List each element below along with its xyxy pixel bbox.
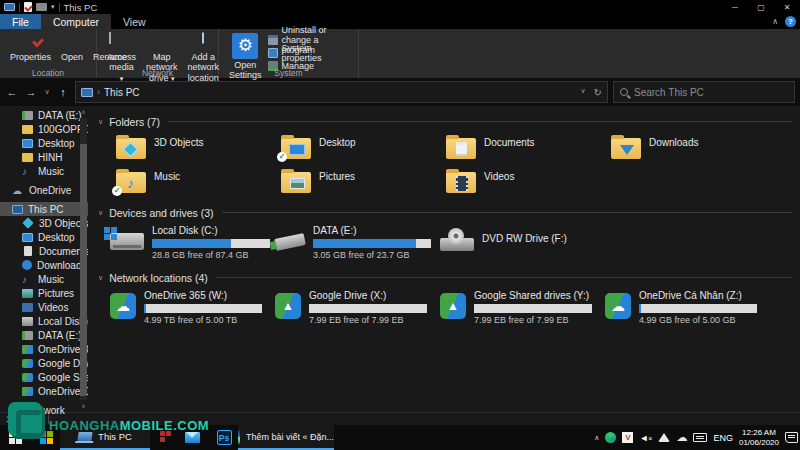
- folder-tile-music[interactable]: ♪ ✓ Music: [116, 168, 281, 202]
- sidebar-item-local-disk-c[interactable]: Local Disk (C:): [0, 314, 88, 328]
- system-properties-button[interactable]: System properties: [268, 47, 352, 59]
- folder-tile-documents[interactable]: Documents: [446, 134, 611, 168]
- folder-tile-downloads[interactable]: Downloads: [611, 134, 776, 168]
- search-input[interactable]: Search This PC: [613, 81, 795, 103]
- file-list-pane: ∨ Folders (7) 3D Objects ✓ Desktop: [88, 106, 800, 412]
- language-indicator[interactable]: ENG: [713, 433, 733, 443]
- new-folder-quick-icon[interactable]: [36, 3, 47, 11]
- touch-keyboard-icon[interactable]: [693, 433, 707, 442]
- address-input[interactable]: › This PC ∨ ↻: [75, 81, 608, 103]
- divider: [19, 3, 20, 12]
- sidebar-item-desktop-quick[interactable]: Desktop: [0, 136, 88, 150]
- refresh-icon[interactable]: ↻: [594, 87, 602, 98]
- folder-icon: ♪ ✓: [116, 172, 146, 193]
- sidebar-item-data-e[interactable]: DATA (E:): [0, 328, 88, 342]
- desktop-overlay-icon: [289, 144, 305, 155]
- drive-tile-local-disk-c[interactable]: Local Disk (C:) 28.8 GB free of 87.4 GB: [110, 225, 275, 267]
- clock[interactable]: 12:26 AM 01/06/2020: [739, 428, 779, 446]
- videos-icon: [22, 303, 33, 312]
- sidebar-item-videos[interactable]: Videos: [0, 300, 88, 314]
- customize-toolbar-chevron-icon[interactable]: ▾: [51, 3, 55, 11]
- documents-icon: [24, 246, 32, 256]
- drive-tile-dvd-rw-f[interactable]: DVD RW Drive (F:): [440, 225, 605, 267]
- action-center-icon[interactable]: [785, 432, 798, 443]
- properties-quick-icon[interactable]: [24, 2, 32, 12]
- sidebar-item-onedrive[interactable]: ☁OneDrive: [0, 183, 88, 197]
- watermark-logo-icon: [8, 402, 42, 436]
- sidebar-item-desktop[interactable]: Desktop: [0, 230, 88, 244]
- scrollbar-thumb[interactable]: [80, 144, 87, 396]
- section-header-devices[interactable]: ∨ Devices and drives (3): [98, 205, 800, 220]
- help-icon[interactable]: ?: [785, 16, 796, 27]
- sidebar-item-google-shared-drives[interactable]: Google Shared d: [0, 370, 88, 384]
- sidebar-item-data-e-pinned[interactable]: DATA (E:): [0, 108, 88, 122]
- hard-drive-icon: [22, 317, 33, 326]
- sidebar-item-google-drive[interactable]: Google Drive (X:: [0, 356, 88, 370]
- minimize-button[interactable]: ─: [722, 0, 748, 14]
- close-button[interactable]: ✕: [774, 0, 800, 14]
- v-app-tray-icon[interactable]: V: [622, 432, 633, 443]
- access-media-icon: [113, 33, 131, 51]
- explorer-window: ▾ This PC ─ ▢ ✕ File Computer View ∧ ? P…: [0, 0, 800, 450]
- section-header-network-locations[interactable]: ∨ Network locations (4): [98, 270, 800, 285]
- group-label-network: Network: [97, 68, 218, 78]
- onedrive-network-icon: ☁: [110, 293, 136, 319]
- drive-tile-data-e[interactable]: DATA (E:) 3.05 GB free of 23.7 GB: [275, 225, 440, 267]
- sidebar-item-documents[interactable]: Documents: [0, 244, 88, 258]
- network-tile-google-drive-x[interactable]: ▲ Google Drive (X:) 7.99 EB free of 7.99…: [275, 290, 440, 332]
- maximize-button[interactable]: ▢: [748, 0, 774, 14]
- folder-tile-pictures[interactable]: Pictures: [281, 168, 446, 202]
- sidebar-item-hinh[interactable]: HINH: [0, 150, 88, 164]
- music-icon: ♪: [22, 167, 33, 176]
- folder-tile-3d-objects[interactable]: 3D Objects: [116, 134, 281, 168]
- usb-drive-icon: [274, 233, 306, 251]
- sidebar-item-pictures[interactable]: Pictures: [0, 286, 88, 300]
- onedrive-tray-icon[interactable]: ☁: [676, 431, 687, 444]
- tray-expand-icon[interactable]: ∧: [594, 434, 599, 442]
- network-tile-onedrive-365-w[interactable]: ☁ OneDrive 365 (W:) 4.99 TB free of 5.00…: [110, 290, 275, 332]
- sidebar-item-downloads[interactable]: Downloads: [0, 258, 88, 272]
- address-dropdown-icon[interactable]: ∨: [580, 87, 585, 98]
- tab-view[interactable]: View: [111, 14, 158, 29]
- up-icon[interactable]: ↑: [56, 86, 70, 98]
- properties-button[interactable]: Properties: [6, 32, 55, 63]
- collapse-section-icon[interactable]: ∨: [98, 118, 103, 126]
- collapse-ribbon-icon[interactable]: ∧: [772, 17, 778, 26]
- wifi-icon[interactable]: [658, 433, 670, 442]
- sidebar-item-music-quick[interactable]: ♪Music: [0, 164, 88, 178]
- sidebar-item-3d-objects[interactable]: 3D Objects: [0, 216, 88, 230]
- tab-file[interactable]: File: [0, 14, 41, 29]
- network-tile-onedrive-ca-nhan-z[interactable]: ☁ OneDrive Cá Nhân (Z:) 4.99 GB free of …: [605, 290, 770, 332]
- scrollbar-track[interactable]: [80, 118, 87, 400]
- tab-computer[interactable]: Computer: [41, 14, 111, 29]
- open-button[interactable]: Open: [57, 32, 87, 63]
- back-icon[interactable]: ←: [5, 86, 19, 98]
- forward-icon[interactable]: →: [24, 86, 38, 98]
- sidebar-item-onedrive-ca-nhan[interactable]: OneDrive Cá Nh: [0, 384, 88, 398]
- sidebar-item-music[interactable]: ♪Music: [0, 272, 88, 286]
- capacity-bar: [309, 304, 427, 313]
- pictures-icon: [22, 289, 33, 298]
- sidebar-scrollbar[interactable]: ∧ ∨: [80, 108, 87, 410]
- folder-tile-desktop[interactable]: ✓ Desktop: [281, 134, 446, 168]
- sidebar-item-onedrive-365[interactable]: OneDrive 365 (W: [0, 342, 88, 356]
- taskbar-photoshop-button[interactable]: Ps: [212, 425, 236, 450]
- scroll-up-icon[interactable]: ∧: [80, 108, 87, 116]
- network-tile-google-shared-drives-y[interactable]: ▲ Google Shared drives (Y:) 7.99 EB free…: [440, 290, 605, 332]
- collapse-section-icon[interactable]: ∨: [98, 274, 103, 282]
- section-header-folders[interactable]: ∨ Folders (7): [98, 114, 800, 129]
- folder-tile-videos[interactable]: Videos: [446, 168, 611, 202]
- recent-locations-chevron-icon[interactable]: ∨: [43, 88, 51, 96]
- collapse-section-icon[interactable]: ∨: [98, 209, 103, 217]
- sidebar-item-100gopro[interactable]: 100GOPRO: [0, 122, 88, 136]
- taskbar-edge-button[interactable]: Thêm bài viết « Đặn...: [238, 425, 334, 450]
- search-placeholder: Search This PC: [634, 87, 704, 98]
- sidebar-item-this-pc[interactable]: This PC: [0, 202, 88, 216]
- dvd-drive-icon: [440, 238, 474, 251]
- usb-drive-icon: [22, 111, 33, 120]
- antivirus-tray-icon[interactable]: [605, 432, 616, 443]
- 3d-objects-overlay-icon: [123, 142, 139, 158]
- onedrive-network-icon: ☁: [605, 293, 631, 319]
- breadcrumb[interactable]: This PC: [104, 87, 140, 98]
- volume-muted-icon[interactable]: ◄×: [639, 433, 652, 443]
